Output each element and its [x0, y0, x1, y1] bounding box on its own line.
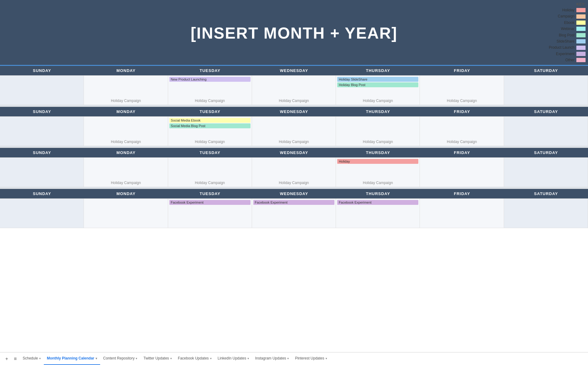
event-tag[interactable]: Holiday [337, 159, 418, 164]
calendar: SUNDAYMONDAYTUESDAYWEDNESDAYTHURSDAYFRID… [0, 66, 588, 228]
day-header-monday: MONDAY [84, 66, 168, 75]
day-header-saturday: SATURDAY [504, 66, 588, 75]
legend-label: Experiment [556, 51, 575, 57]
week-row-2: Holiday CampaignHoliday CampaignHoliday … [0, 158, 588, 187]
day-header-monday: MONDAY [84, 107, 168, 116]
legend-color-swatch [576, 39, 586, 43]
cell-w2-d1: Holiday Campaign [84, 158, 168, 187]
legend-item-product-launch: Product Launch [537, 44, 586, 51]
event-tag[interactable]: Facebook Experiment [253, 200, 334, 205]
legend-color-swatch [576, 58, 586, 62]
day-header-friday: FRIDAY [420, 189, 504, 198]
cell-bottom-label: Holiday Campaign [336, 181, 420, 185]
event-tag[interactable]: Facebook Experiment [169, 200, 251, 205]
cell-bottom-label: Holiday Campaign [252, 140, 336, 144]
legend-label: Ebook [564, 20, 575, 26]
cell-bottom-label: Holiday Campaign [84, 140, 168, 144]
day-header-saturday: SATURDAY [504, 107, 588, 116]
cell-w1-d5: Holiday Campaign [420, 117, 504, 146]
day-header-friday: FRIDAY [420, 107, 504, 116]
cell-w2-d5 [420, 158, 504, 187]
legend-color-swatch [576, 14, 586, 19]
legend-item-campaign: Campaign [537, 13, 586, 19]
cell-w1-d2: Social Media EbookSocial Media Blog Post… [168, 117, 252, 146]
cell-w2-d2: Holiday Campaign [168, 158, 252, 187]
legend-color-swatch [576, 8, 586, 12]
event-tag[interactable]: Holiday SlideShare [337, 77, 418, 82]
event-tag[interactable]: Holiday Blog Post [337, 82, 418, 87]
week-row-0: Holiday CampaignNew Product LaunchingHol… [0, 76, 588, 105]
event-tag[interactable]: Social Media Blog Post [169, 123, 251, 128]
day-header-monday: MONDAY [84, 148, 168, 157]
cell-w3-d3: Facebook Experiment [252, 199, 336, 228]
cell-w1-d3: Holiday Campaign [252, 117, 336, 146]
day-header-tuesday: TUESDAY [168, 107, 252, 116]
cell-w0-d1: Holiday Campaign [84, 76, 168, 105]
legend-item-webinar: Webinar [537, 26, 586, 32]
header-divider [0, 65, 588, 66]
week-header-row-3: SUNDAYMONDAYTUESDAYWEDNESDAYTHURSDAYFRID… [0, 189, 588, 199]
legend-color-swatch [576, 52, 586, 56]
day-header-sunday: SUNDAY [0, 189, 84, 198]
day-header-sunday: SUNDAY [0, 66, 84, 75]
cell-w3-d1 [84, 199, 168, 228]
legend-label: Other [565, 57, 575, 63]
cell-w2-d4: HolidayHoliday Campaign [336, 158, 420, 187]
legend-label: Webinar [561, 26, 575, 32]
legend-color-swatch [576, 33, 586, 37]
cell-bottom-label: Holiday Campaign [420, 140, 503, 144]
legend-item-ebook: Ebook [537, 20, 586, 26]
header: [INSERT MONTH + YEAR] KEY: HolidayCampai… [0, 0, 588, 66]
cell-bottom-label: Holiday Campaign [84, 181, 168, 185]
day-header-sunday: SUNDAY [0, 107, 84, 116]
cell-w3-d5 [420, 199, 504, 228]
day-header-saturday: SATURDAY [504, 189, 588, 198]
day-header-thursday: THURSDAY [336, 66, 420, 75]
day-header-tuesday: TUESDAY [168, 66, 252, 75]
legend-title: KEY: [537, 2, 586, 6]
legend-item-slideshare: SlideShare [537, 38, 586, 44]
week-row-3: Facebook ExperimentFacebook ExperimentFa… [0, 199, 588, 228]
day-header-saturday: SATURDAY [504, 148, 588, 157]
legend-color-swatch [576, 21, 586, 25]
legend-item-blog-post: Blog Post [537, 32, 586, 38]
legend-label: Product Launch [549, 44, 575, 51]
cell-w2-d3: Holiday Campaign [252, 158, 336, 187]
day-header-thursday: THURSDAY [336, 148, 420, 157]
cell-w1-d6 [504, 117, 588, 146]
cell-w3-d4: Facebook Experiment [336, 199, 420, 228]
week-row-1: Holiday CampaignSocial Media EbookSocial… [0, 117, 588, 146]
event-tag[interactable]: New Product Launching [169, 77, 251, 82]
day-header-monday: MONDAY [84, 189, 168, 198]
legend-color-swatch [576, 27, 586, 31]
legend-item-holiday: Holiday [537, 7, 586, 13]
day-header-wednesday: WEDNESDAY [252, 189, 336, 198]
cell-bottom-label: Holiday Campaign [336, 99, 420, 103]
day-header-wednesday: WEDNESDAY [252, 148, 336, 157]
cell-w0-d2: New Product LaunchingHoliday Campaign [168, 76, 252, 105]
week-header-row-0: SUNDAYMONDAYTUESDAYWEDNESDAYTHURSDAYFRID… [0, 66, 588, 76]
cell-w1-d1: Holiday Campaign [84, 117, 168, 146]
legend-label: Holiday [562, 7, 575, 13]
legend-panel: KEY: HolidayCampaignEbookWebinarBlog Pos… [534, 0, 588, 65]
cell-w0-d4: Holiday SlideShareHoliday Blog PostHolid… [336, 76, 420, 105]
day-header-friday: FRIDAY [420, 66, 504, 75]
event-tag[interactable]: Social Media Ebook [169, 118, 251, 123]
event-tag[interactable]: Facebook Experiment [337, 200, 418, 205]
page-title: [INSERT MONTH + YEAR] [190, 24, 397, 42]
day-header-wednesday: WEDNESDAY [252, 107, 336, 116]
cell-w0-d0 [0, 76, 84, 105]
cell-bottom-label: Holiday Campaign [336, 140, 420, 144]
cell-bottom-label: Holiday Campaign [168, 99, 252, 103]
cell-w1-d0 [0, 117, 84, 146]
cell-bottom-label: Holiday Campaign [252, 181, 336, 185]
day-header-tuesday: TUESDAY [168, 148, 252, 157]
cell-w1-d4: Holiday Campaign [336, 117, 420, 146]
cell-w2-d6 [504, 158, 588, 187]
legend-label: SlideShare [556, 38, 575, 44]
day-header-thursday: THURSDAY [336, 189, 420, 198]
cell-w0-d5: Holiday Campaign [420, 76, 504, 105]
cell-bottom-label: Holiday Campaign [84, 99, 168, 103]
cell-w2-d0 [0, 158, 84, 187]
cell-bottom-label: Holiday Campaign [420, 99, 503, 103]
